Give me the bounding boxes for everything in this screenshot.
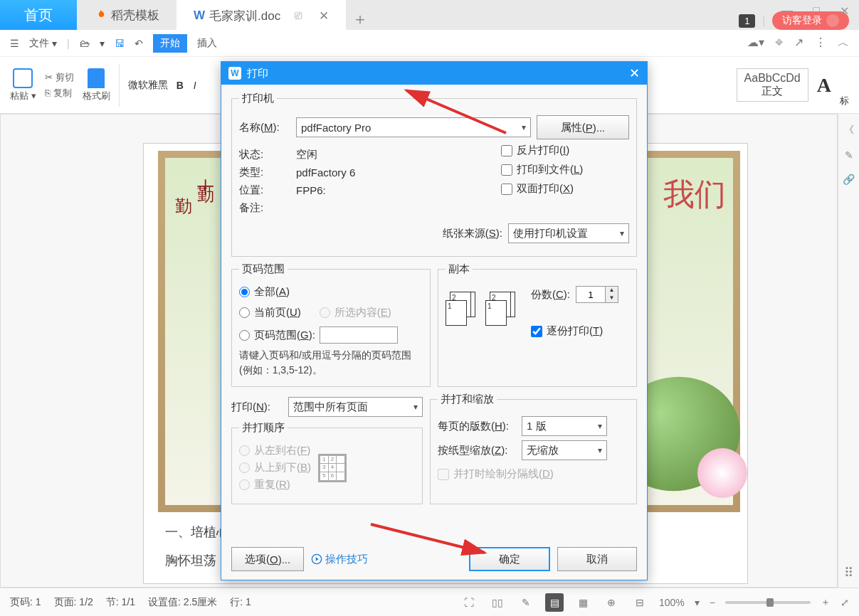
paper-source-select[interactable]: 使用打印机设置 xyxy=(508,223,629,243)
draft-icon[interactable]: ⊟ xyxy=(631,593,649,612)
cancel-button[interactable]: 取消 xyxy=(557,547,637,571)
copies-label: 份数(C): xyxy=(531,288,570,302)
print-to-file-checkbox[interactable] xyxy=(501,164,512,176)
collate-checkbox[interactable] xyxy=(531,326,542,337)
tips-link[interactable]: 操作技巧 xyxy=(311,553,368,566)
range-all-radio[interactable] xyxy=(239,287,250,297)
menu-insert[interactable]: 插入 xyxy=(197,37,217,50)
menu-start[interactable]: 开始 xyxy=(153,34,187,53)
status-pages: 页面: 1/2 xyxy=(54,596,93,609)
bold-button[interactable]: B xyxy=(176,80,184,91)
share-person-icon[interactable]: ⎆ xyxy=(776,36,783,51)
scale-legend: 并打和缩放 xyxy=(438,393,497,406)
duplex-label: 双面打印(X) xyxy=(517,182,574,196)
copies-group: 副本 321 321 份数(C): ▲▼ 逐份打印(T) xyxy=(438,262,637,387)
copies-spinner[interactable]: ▲▼ xyxy=(576,286,618,303)
copies-legend: 副本 xyxy=(446,262,473,276)
open-dropdown-icon[interactable]: ▾ xyxy=(100,38,105,49)
reverse-print-checkbox[interactable] xyxy=(501,145,512,156)
print-to-file-label: 打印到文件(L) xyxy=(517,163,583,176)
open-icon[interactable]: 🗁 xyxy=(80,38,90,49)
range-current-radio[interactable] xyxy=(239,307,250,318)
printwhat-select[interactable]: 范围中所有页面 xyxy=(288,397,423,417)
outline-icon[interactable]: ✎ xyxy=(517,593,535,612)
collab-icon[interactable]: 🔗 xyxy=(843,174,855,185)
hamburger-icon[interactable]: ☰ xyxy=(10,38,19,49)
range-pages-input[interactable] xyxy=(320,326,398,344)
range-selection-label: 所选内容(E) xyxy=(334,306,391,319)
tab-home[interactable]: 首页 xyxy=(0,0,77,30)
range-pages-label: 页码范围(G): xyxy=(254,329,315,342)
range-legend: 页码范围 xyxy=(239,262,288,276)
globe-icon[interactable]: ⊕ xyxy=(602,593,621,612)
tab-close-icon[interactable]: ✕ xyxy=(319,9,329,23)
win-close[interactable]: ✕ xyxy=(840,4,849,18)
paste-button[interactable]: 粘贴 ▾ xyxy=(10,68,36,102)
order-repeat-radio xyxy=(239,479,250,490)
notification-badge[interactable]: 1 xyxy=(739,14,755,28)
win-max[interactable]: □ xyxy=(813,4,820,18)
save-icon[interactable]: 🖫 xyxy=(115,38,125,49)
draw-separator-checkbox xyxy=(438,469,449,480)
reverse-print-label: 反片打印(I) xyxy=(517,144,569,157)
scale-group: 并打和缩放 每页的版数(H):1 版 按纸型缩放(Z):无缩放 并打时绘制分隔线… xyxy=(430,393,637,504)
win-min[interactable]: — xyxy=(781,4,793,18)
ok-button[interactable]: 确定 xyxy=(469,547,550,571)
new-tab-button[interactable]: ＋ xyxy=(346,9,374,30)
dialog-title: 打印 xyxy=(247,67,268,80)
printer-loc-value: FPP6: xyxy=(296,184,326,196)
printer-name-select[interactable]: pdfFactory Pro xyxy=(296,117,531,137)
style-normal[interactable]: AaBbCcDd 正文 xyxy=(737,68,808,102)
copies-input[interactable] xyxy=(576,287,605,302)
page-layout-icon[interactable]: ▤ xyxy=(545,593,564,612)
tab-template[interactable]: 稻壳模板 xyxy=(77,0,176,30)
clipboard-icon xyxy=(13,68,33,88)
font-name[interactable]: 微软雅黑 xyxy=(128,79,168,92)
collate-label: 逐份打印(T) xyxy=(547,324,603,338)
order-ttb-radio xyxy=(239,462,250,473)
italic-button[interactable]: I xyxy=(194,80,196,91)
printer-properties-button[interactable]: 属性(P)... xyxy=(537,115,629,139)
status-pageno: 页码: 1 xyxy=(10,596,41,609)
range-pages-radio[interactable] xyxy=(239,330,250,341)
menu-bar: ☰ 文件▾ | 🗁 ▾ 🖫 ↶ 开始 插入 ☁▾ ⎆ ↗ ⋮ ︿ xyxy=(0,30,859,57)
scale-to-paper-select[interactable]: 无缩放 xyxy=(522,440,607,460)
read-layout-icon[interactable]: ▯▯ xyxy=(488,593,507,612)
zoom-value[interactable]: 100% xyxy=(659,597,685,608)
zoom-slider[interactable] xyxy=(725,601,811,604)
presentation-icon[interactable]: ⎚ xyxy=(295,9,302,23)
printer-loc-label: 位置: xyxy=(239,184,290,197)
order-ltr-radio xyxy=(239,445,250,456)
apps-icon[interactable]: ⠿ xyxy=(844,565,853,580)
undo-icon[interactable]: ↶ xyxy=(135,38,143,49)
order-ttb-label: 从上到下(B) xyxy=(254,461,311,474)
more-icon[interactable]: ⋮ xyxy=(815,36,826,51)
printer-type-label: 类型: xyxy=(239,166,290,179)
web-layout-icon[interactable]: ▦ xyxy=(574,593,592,612)
zoom-in-icon[interactable]: ＋ xyxy=(821,596,831,609)
fit-icon[interactable]: ⤢ xyxy=(840,597,849,608)
calligraphy-title: 我们 xyxy=(663,179,726,211)
duplex-checkbox[interactable] xyxy=(501,184,512,195)
copy-button[interactable]: ⎘ 复制 xyxy=(45,87,74,100)
format-painter-button[interactable]: 格式刷 xyxy=(83,68,110,102)
edit-icon[interactable]: ✎ xyxy=(845,149,853,161)
file-menu[interactable]: 文件▾ xyxy=(29,37,57,50)
pages-per-sheet-select[interactable]: 1 版 xyxy=(522,416,607,436)
tab-document[interactable]: W 毛家家训.doc ⎚ ✕ xyxy=(176,0,346,30)
printer-group: 打印机 名称(M): pdfFactory Pro 属性(P)... 状态:空闲… xyxy=(231,92,637,257)
font-color-button[interactable]: A xyxy=(817,74,831,97)
collapse-ribbon-icon[interactable]: ︿ xyxy=(838,36,849,51)
order-repeat-label: 重复(R) xyxy=(254,478,290,492)
share-icon[interactable]: ↗ xyxy=(794,36,803,51)
side-toggle-icon[interactable]: 《 xyxy=(844,124,854,137)
status-bar: 页码: 1 页面: 1/2 节: 1/1 设置值: 2.5厘米 行: 1 ⛶ ▯… xyxy=(0,588,859,616)
dialog-close-icon[interactable]: ✕ xyxy=(629,65,640,81)
fullscreen-icon[interactable]: ⛶ xyxy=(460,593,478,612)
printer-type-value: pdfFactory 6 xyxy=(296,166,355,179)
status-row: 行: 1 xyxy=(230,596,251,609)
zoom-out-icon[interactable]: − xyxy=(710,597,715,608)
cloud-icon[interactable]: ☁▾ xyxy=(747,36,764,51)
options-button[interactable]: 选项(O)... xyxy=(231,547,304,571)
cut-button[interactable]: ✂ 剪切 xyxy=(45,71,74,84)
